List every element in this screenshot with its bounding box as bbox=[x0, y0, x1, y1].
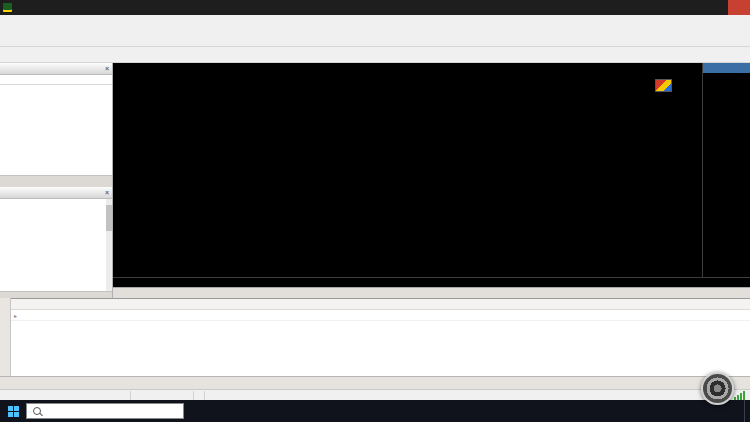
toolbar-line-studies bbox=[0, 47, 750, 63]
navigator-scrollbar[interactable] bbox=[106, 199, 112, 291]
windows-logo-icon bbox=[8, 406, 19, 417]
minimize-button[interactable] bbox=[684, 0, 706, 15]
market-watch-tabs bbox=[0, 175, 112, 187]
taskbar bbox=[0, 400, 750, 422]
status-profile[interactable] bbox=[131, 391, 194, 400]
navigator-header: × bbox=[0, 187, 112, 199]
title-bar bbox=[0, 0, 750, 15]
connection-status-icon bbox=[734, 391, 750, 400]
left-panel: × × bbox=[0, 63, 113, 298]
app-icon bbox=[3, 3, 12, 12]
market-watch-columns bbox=[0, 75, 112, 85]
indicator-watermark bbox=[651, 79, 672, 92]
terminal-panel: ▸ bbox=[0, 298, 750, 376]
chart-tab-bar bbox=[113, 287, 750, 298]
balance-icon: ▸ bbox=[14, 312, 17, 319]
toolbar-standard bbox=[0, 30, 750, 47]
market-watch-close-icon[interactable]: × bbox=[105, 65, 109, 72]
start-button[interactable] bbox=[0, 400, 26, 422]
status-bar bbox=[0, 389, 750, 400]
status-help bbox=[0, 391, 131, 400]
taskbar-search-input[interactable] bbox=[26, 403, 184, 419]
notification-center-button[interactable] bbox=[744, 400, 750, 422]
chart-window[interactable] bbox=[113, 63, 750, 287]
maximize-button[interactable] bbox=[706, 0, 728, 15]
market-watch-list bbox=[0, 85, 112, 139]
screen-capture-overlay-button[interactable] bbox=[701, 372, 734, 405]
status-quote bbox=[194, 391, 205, 400]
market-watch-header: × bbox=[0, 63, 112, 75]
search-icon bbox=[33, 407, 41, 415]
navigator-list bbox=[0, 199, 112, 291]
balance-row: ▸ bbox=[11, 310, 750, 321]
candlestick-plot[interactable] bbox=[113, 63, 702, 277]
close-button[interactable] bbox=[728, 0, 750, 15]
navigator-close-icon[interactable]: × bbox=[105, 189, 109, 196]
indicator-logo bbox=[655, 79, 672, 92]
market-watch-empty bbox=[0, 139, 112, 175]
terminal-tab-bar bbox=[0, 376, 750, 389]
time-axis[interactable] bbox=[113, 277, 750, 287]
system-tray bbox=[728, 400, 750, 422]
window-controls bbox=[684, 0, 750, 15]
price-axis[interactable] bbox=[702, 63, 750, 277]
menu-bar bbox=[0, 15, 750, 31]
current-price-badge bbox=[703, 63, 750, 73]
orders-column-header bbox=[11, 299, 750, 310]
